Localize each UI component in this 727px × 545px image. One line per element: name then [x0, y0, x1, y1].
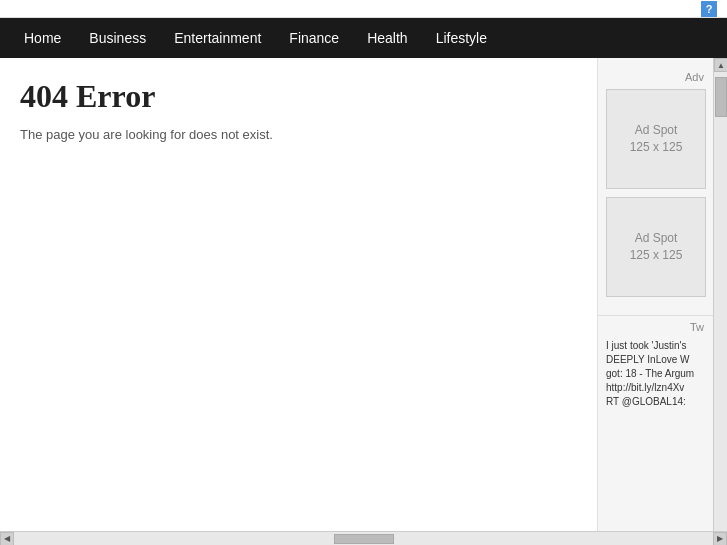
ads-section: Adv Ad Spot125 x 125 Ad Spot125 x 125 — [598, 66, 727, 310]
bottom-scrollbar: ◀ ▶ — [0, 531, 727, 545]
nav-item-lifestyle[interactable]: Lifestyle — [422, 18, 501, 58]
content-area: 404 Error The page you are looking for d… — [0, 58, 597, 545]
ad-spot-1-label: Ad Spot125 x 125 — [630, 122, 683, 156]
ad-spot-2[interactable]: Ad Spot125 x 125 — [606, 197, 706, 297]
ads-label: Adv — [606, 71, 722, 83]
tweet-2: RT @GLOBAL14: — [606, 395, 722, 409]
tweets-section: Tw I just took 'Justin's DEEPLY InLove W… — [598, 315, 727, 414]
tweet-1: I just took 'Justin's DEEPLY InLove W go… — [606, 339, 722, 395]
hscroll-left-button[interactable]: ◀ — [0, 532, 14, 546]
scrollbar-track — [714, 72, 727, 531]
hscroll-track — [14, 532, 713, 546]
error-title: 404 Error — [20, 78, 577, 115]
tweets-label: Tw — [606, 321, 722, 333]
error-message: The page you are looking for does not ex… — [20, 127, 577, 142]
hscroll-right-button[interactable]: ▶ — [713, 532, 727, 546]
nav-item-home[interactable]: Home — [10, 18, 75, 58]
hscroll-thumb[interactable] — [334, 534, 394, 544]
nav-item-health[interactable]: Health — [353, 18, 421, 58]
nav-item-finance[interactable]: Finance — [275, 18, 353, 58]
navbar: Home Business Entertainment Finance Heal… — [0, 18, 727, 58]
sidebar-scrollbar[interactable]: ▲ ▼ — [713, 58, 727, 545]
scrollbar-up-button[interactable]: ▲ — [714, 58, 727, 72]
top-bar: ? — [0, 0, 727, 18]
ad-spot-1[interactable]: Ad Spot125 x 125 — [606, 89, 706, 189]
help-icon[interactable]: ? — [701, 1, 717, 17]
ad-spot-2-label: Ad Spot125 x 125 — [630, 230, 683, 264]
nav-item-entertainment[interactable]: Entertainment — [160, 18, 275, 58]
sidebar: Adv Ad Spot125 x 125 Ad Spot125 x 125 Tw… — [597, 58, 727, 545]
nav-item-business[interactable]: Business — [75, 18, 160, 58]
scrollbar-thumb[interactable] — [715, 77, 727, 117]
main-container: 404 Error The page you are looking for d… — [0, 58, 727, 545]
